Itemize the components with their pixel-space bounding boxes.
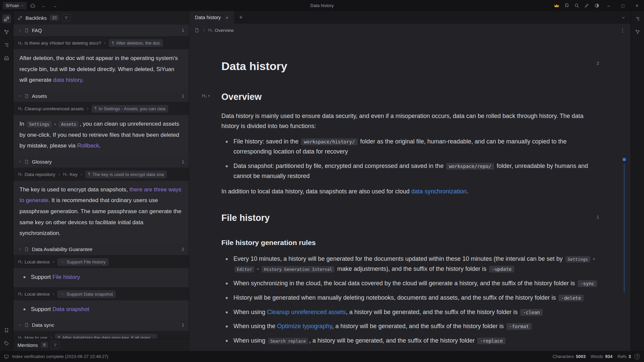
block-ref-link[interactable]: Rollback (77, 142, 99, 149)
graph-dock-icon[interactable] (2, 27, 11, 36)
right-outline-dock-icon[interactable] (633, 14, 642, 23)
breadcrumb-item[interactable]: ⋯Support File history (57, 258, 108, 266)
breadcrumb-item[interactable]: ¶After deletion, the doc (109, 39, 163, 47)
breadcrumb-item[interactable]: ¶The key is used to encrypt data sna (85, 171, 167, 178)
section-header[interactable]: FAQ1 (13, 24, 189, 36)
tab-close-icon[interactable]: × (225, 15, 228, 20)
crown-icon[interactable] (551, 2, 561, 10)
document-icon[interactable] (195, 28, 199, 33)
section-header[interactable]: Data Availability Guarantee2 (13, 243, 189, 255)
text-link[interactable]: data synchronization (411, 188, 467, 195)
backlink-breadcrumb[interactable]: H₂Local device⋯Support Data snapshot (13, 287, 189, 300)
new-tab-button[interactable]: + (234, 11, 248, 24)
plugin-icon[interactable] (561, 2, 572, 10)
text-link[interactable]: Optimize typography (277, 323, 332, 329)
breadcrumb-item[interactable]: ¶In Settings - Assets, you can clea (92, 105, 168, 113)
close-button[interactable]: × (630, 0, 644, 11)
heading[interactable]: H₂▾Overview (221, 89, 598, 105)
back-icon[interactable]: ← (40, 2, 48, 10)
collapse-arrow-icon[interactable]: ▾ (208, 94, 210, 99)
list-item[interactable]: Every 10 minutes, a history will be gene… (221, 254, 598, 274)
breadcrumb-item[interactable]: ⋯Support Data snapshot (57, 290, 116, 298)
more-icon[interactable]: ⋮ (620, 27, 625, 34)
heading[interactable]: File history generation rules (221, 237, 598, 249)
breadcrumb-item-overview[interactable]: H₂ Overview (208, 28, 234, 33)
list-item[interactable]: When using the Optimize typography, a hi… (221, 321, 598, 331)
breadcrumb-item[interactable]: H₃Key (63, 172, 77, 177)
breadcrumb-item[interactable]: H₂Data repository (18, 172, 55, 177)
forward-icon[interactable]: → (50, 2, 59, 10)
tab-menu-chevron-icon[interactable] (616, 11, 631, 24)
breadcrumb-item[interactable]: H₂Is there any #Note# for deleting docs? (18, 41, 101, 46)
ref-count-badge[interactable]: 2 (597, 60, 599, 67)
list-item[interactable]: When synchronizing in the cloud, the loc… (221, 279, 598, 289)
backlinks-dock-icon[interactable] (2, 14, 11, 23)
paragraph[interactable]: Data history is mainly used to ensure da… (221, 111, 598, 131)
filter-icon[interactable] (62, 14, 70, 21)
scrollbar-track[interactable] (624, 164, 625, 293)
tag-dock-icon[interactable] (2, 339, 11, 348)
block-ref-link[interactable]: File history (52, 274, 80, 280)
breadcrumb-item[interactable]: ¶After initializing the data repo key, i… (55, 334, 157, 339)
list-item[interactable]: Data snapshot: partitioned by file, encr… (221, 161, 598, 181)
breadcrumb-item[interactable]: H₂How to use (18, 335, 47, 339)
block-ref-link[interactable]: Data snapshot (52, 306, 89, 312)
heading[interactable]: Data history2 (221, 57, 598, 75)
chevron-right-icon (52, 260, 55, 263)
ref-count-badge[interactable]: 1 (597, 214, 599, 221)
breadcrumb-item[interactable]: H₂Local device (18, 259, 50, 264)
backlink-content[interactable]: The key is used to encrypt data snapshot… (13, 181, 189, 243)
paragraph[interactable]: In addition to local data history, data … (221, 187, 598, 197)
kbd-chip: Settings (566, 256, 590, 262)
backlink-breadcrumb[interactable]: H₂How to use¶After initializing the data… (13, 331, 189, 339)
backlink-breadcrumb[interactable]: H₂Local device⋯Support File history (13, 255, 189, 268)
right-graph-dock-icon[interactable] (633, 27, 642, 36)
list-item[interactable]: When using Cleanup unreferenced assets, … (221, 307, 598, 317)
editor-scroll-area[interactable]: Data history2H₂▾OverviewData history is … (189, 37, 631, 351)
tab-data-history[interactable]: Data history × (189, 11, 234, 24)
backlink-breadcrumb[interactable]: H₂Is there any #Note# for deleting docs?… (13, 36, 189, 49)
inbox-dock-icon[interactable] (2, 54, 11, 62)
theme-icon[interactable] (592, 2, 602, 10)
scrollbar-thumb[interactable] (623, 158, 626, 161)
block-ref-link[interactable]: there are three ways to generate (19, 186, 181, 204)
chevron-down-icon (18, 29, 21, 32)
editor-pane: Data history × + H₂ Overview ⋮ Data hist… (189, 11, 631, 351)
list-item[interactable]: History will be generated when manually … (221, 293, 598, 303)
backlink-breadcrumb[interactable]: H₂Data repositoryH₃Key¶The key is used t… (13, 168, 189, 181)
app-menu-button[interactable]: SiYuan (3, 2, 27, 9)
cloud-sync-icon[interactable] (29, 2, 38, 10)
text-link[interactable]: Cleanup unreferenced assets (267, 309, 346, 315)
section-header[interactable]: Data sync1 (13, 319, 189, 331)
statusbar: Index verification complete (2023-06-27 … (0, 351, 644, 362)
titlebar-right: – □ × (551, 0, 644, 11)
backlink-content[interactable]: After deletion, the doc will not appear … (13, 49, 189, 90)
search-icon[interactable] (572, 2, 582, 10)
tab-label: Data history (195, 15, 221, 20)
help-icon[interactable]: ? (634, 354, 640, 359)
backlinks-list: FAQ1H₂Is there any #Note# for deleting d… (13, 24, 189, 339)
status-message: Index verification complete (2023-06-27 … (12, 354, 108, 359)
mentions-bar[interactable]: Mentions 6 (13, 339, 189, 351)
bookmark-dock-icon[interactable] (2, 326, 11, 335)
block-ref-link[interactable]: data history (53, 77, 82, 83)
section-header[interactable]: Glossary1 (13, 156, 189, 168)
mentions-filter-icon[interactable] (51, 341, 59, 349)
maximize-button[interactable]: □ (616, 0, 630, 11)
edit-icon[interactable] (582, 2, 592, 10)
breadcrumb-item[interactable]: H₂Local device (18, 292, 50, 297)
document-icon (24, 323, 29, 327)
heading[interactable]: File history1 (221, 210, 598, 226)
backlink-content[interactable]: In Settings - Assets, you can clean up u… (13, 115, 189, 156)
outline-dock-icon[interactable] (2, 41, 11, 49)
list-item[interactable]: When using Search replace, a history wil… (221, 336, 598, 346)
heading-gutter[interactable]: H₂▾ (202, 92, 210, 100)
section-header[interactable]: Assets1 (13, 90, 189, 102)
list-item[interactable]: File history: saved in the workspace/his… (221, 137, 598, 157)
document-icon (24, 247, 29, 251)
backlink-breadcrumb[interactable]: H₂Cleanup unreferenced assets¶In Setting… (13, 102, 189, 115)
breadcrumb-item[interactable]: H₂Cleanup unreferenced assets (18, 106, 84, 111)
backlink-content[interactable]: Support Data snapshot (13, 300, 189, 319)
backlink-content[interactable]: Support File history (13, 268, 189, 287)
minimize-button[interactable]: – (602, 0, 616, 11)
